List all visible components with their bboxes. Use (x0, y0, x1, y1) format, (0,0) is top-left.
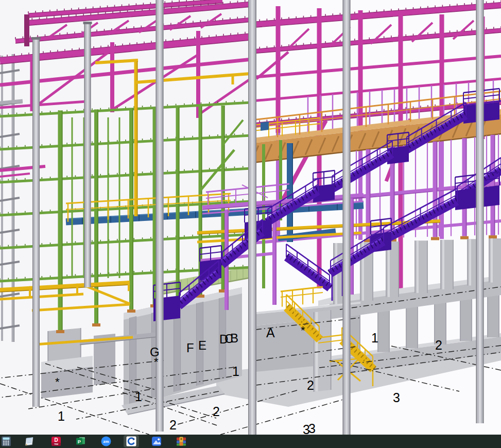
grid-label: * (301, 324, 305, 337)
grid-label: 1 (232, 364, 239, 378)
grid-label: * (55, 375, 60, 388)
grid-label: 2 (213, 404, 220, 419)
winrar-icon[interactable] (174, 435, 189, 447)
grid-label: 1 (135, 389, 142, 404)
publisher-icon[interactable]: P (73, 435, 89, 447)
trimble-connect-icon[interactable] (124, 435, 139, 447)
dwg-trueview-icon[interactable]: DTRW (48, 435, 64, 447)
grid-label: A (266, 325, 275, 340)
grid-label: 3 (308, 421, 316, 435)
grid-label: 2 (169, 418, 177, 432)
svg-text:P: P (78, 439, 81, 444)
svg-text:zm: zm (103, 439, 109, 444)
grid-label: E (198, 338, 206, 352)
grid-label: B (230, 331, 238, 345)
svg-text:D: D (54, 437, 58, 443)
calculator-icon[interactable] (0, 435, 14, 447)
svg-text:TRW: TRW (54, 443, 59, 445)
grid-label: * (154, 355, 159, 368)
grid-label: 1 (58, 409, 65, 423)
grid-label: 2 (307, 378, 314, 392)
photos-icon[interactable] (149, 435, 164, 447)
grid-label: 2 (435, 338, 442, 352)
grid-label: 1 (371, 331, 378, 345)
grid-label: 3 (393, 390, 400, 405)
grid-label: F (186, 341, 194, 355)
notepad-icon[interactable] (22, 435, 37, 447)
model-viewport[interactable]: G*FEDCBA1*1223*112233 (0, 0, 501, 435)
desktop-screen: G*FEDCBA1*1223*112233 DTRWPzm (0, 0, 501, 448)
taskbar: DTRWPzm (0, 435, 501, 448)
zoom-icon[interactable]: zm (98, 435, 114, 447)
